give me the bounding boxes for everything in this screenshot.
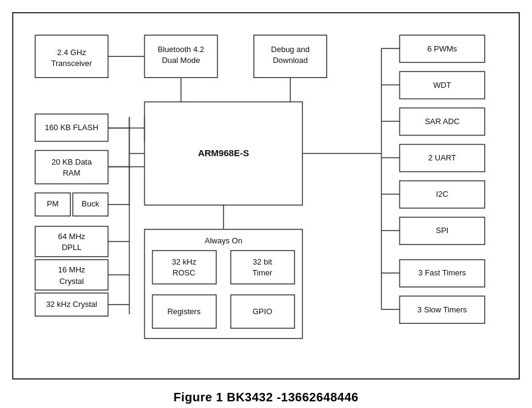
spi-label: SPI [436, 226, 448, 235]
slow-timers-label: 3 Slow Timers [417, 305, 467, 314]
bluetooth-label2: Dual Mode [162, 56, 200, 65]
timer32-label2: Timer [253, 268, 273, 277]
fast-timers-label: 3 Fast Timers [418, 268, 466, 277]
transceiver-label: 2.4 GHz [57, 48, 86, 57]
rosc-block [153, 251, 216, 284]
wdt-label: WDT [433, 81, 451, 90]
dpll-label2: DPLL [62, 243, 82, 252]
diagram-container: .blk { fill: white; stroke: #333; stroke… [12, 12, 520, 380]
dpll-block [35, 226, 108, 257]
page-wrapper: .blk { fill: white; stroke: #333; stroke… [12, 12, 520, 404]
crystal16-label1: 16 MHz [58, 265, 85, 274]
arm-label: ARM968E-S [198, 148, 249, 158]
always-on-label: Always On [205, 236, 242, 245]
buck-label: Buck [82, 199, 99, 208]
dpll-label1: 64 MHz [58, 232, 85, 241]
crystal32-label: 32 kHz Crystal [46, 300, 98, 309]
pm-label: PM [47, 199, 59, 208]
debug-label2: Download [273, 56, 308, 65]
i2c-label: I2C [436, 189, 448, 199]
rosc-label2: ROSC [173, 268, 196, 277]
crystal16-block [35, 260, 108, 290]
ram-label2: RAM [63, 168, 81, 177]
crystal16-label2: Crystal [59, 277, 84, 286]
block-diagram: .blk { fill: white; stroke: #333; stroke… [23, 23, 509, 369]
gpio-label: GPIO [253, 307, 273, 316]
registers-label: Registers [167, 307, 201, 316]
ram-label1: 20 KB Data [52, 157, 92, 166]
rosc-label1: 32 kHz [171, 257, 196, 266]
sar-label: SAR ADC [425, 117, 459, 126]
uart-label: 2 UART [428, 153, 456, 162]
ram-block [35, 151, 108, 184]
bluetooth-label1: Bluetooth 4.2 [158, 45, 204, 54]
flash-label: 160 KB FLASH [45, 123, 98, 132]
timer32-label1: 32 bit [253, 257, 272, 266]
debug-label1: Debug and [271, 45, 310, 54]
pwm-label: 6 PWMs [427, 44, 457, 53]
transceiver-label2: Transceiver [51, 59, 92, 68]
figure-caption: Figure 1 BK3432 -13662648446 [12, 390, 520, 404]
timer32-block [231, 251, 294, 284]
